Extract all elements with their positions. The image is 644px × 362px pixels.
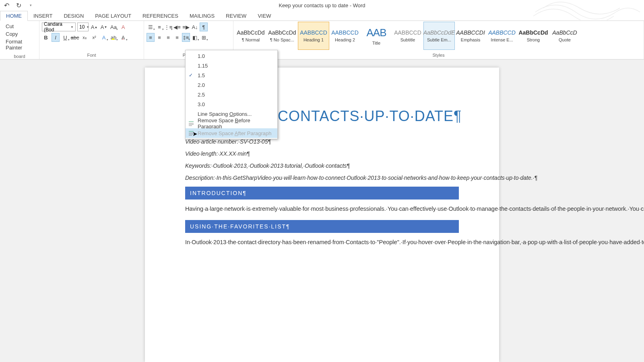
style-preview: AAB bbox=[366, 27, 386, 39]
sort-button[interactable]: A↓ bbox=[191, 23, 199, 31]
style-title[interactable]: AABTitle bbox=[361, 22, 392, 50]
style-label: ¶ Normal bbox=[242, 37, 260, 42]
style-label: ¶ No Spac... bbox=[270, 37, 294, 42]
meta-video-length[interactable]: Video·length:·XX.XX·min¶ bbox=[185, 150, 459, 157]
style-intense-e-[interactable]: AABBCCDIntense E... bbox=[486, 22, 518, 50]
tab-references[interactable]: REFERENCES bbox=[137, 11, 184, 21]
font-color-button[interactable]: A▾ bbox=[119, 33, 127, 42]
title-bar: ↶ ↻ ▾ Keep your contacts up to date - Wo… bbox=[0, 0, 644, 10]
meta-article-number[interactable]: Video·article·number:·SV-O13-05¶ bbox=[185, 138, 459, 145]
line-spacing-option[interactable]: 2.5 bbox=[186, 90, 277, 99]
style-subtle-em-[interactable]: AaBbCcDdESubtle Em... bbox=[423, 22, 455, 50]
cursor-icon: ➤ bbox=[192, 130, 198, 138]
window-title: Keep your contacts up to date - Word bbox=[279, 2, 365, 8]
decrease-indent-button[interactable]: ◀≡ bbox=[173, 23, 181, 31]
superscript-button[interactable]: x² bbox=[90, 33, 98, 42]
tab-view[interactable]: VIEW bbox=[252, 11, 277, 21]
justify-button[interactable]: ≡ bbox=[173, 33, 181, 42]
line-spacing-option[interactable]: ✓1.5 bbox=[186, 70, 277, 80]
font-group-label: Font bbox=[39, 52, 144, 59]
dropdown-item-label: 2.0 bbox=[198, 82, 205, 88]
meta-keywords[interactable]: Keywords:·Outlook·2013,·Outlook·2013·tut… bbox=[185, 162, 459, 169]
font-size-combo[interactable]: 10▼ bbox=[77, 23, 89, 31]
multilevel-list-button[interactable]: ⋮≡▾ bbox=[164, 23, 172, 31]
styles-group-label: Styles bbox=[233, 52, 644, 59]
highlight-button[interactable]: ab▾ bbox=[109, 33, 118, 42]
increase-indent-button[interactable]: ≡▶ bbox=[182, 23, 190, 31]
tab-design[interactable]: DESIGN bbox=[58, 11, 89, 21]
body-paragraph[interactable]: In·Outlook·2013·the·contact·directory·ha… bbox=[185, 237, 459, 248]
style-preview: AABBCCD bbox=[394, 29, 421, 36]
italic-button[interactable]: I bbox=[52, 33, 60, 42]
undo-icon[interactable]: ↶ bbox=[3, 2, 10, 8]
tab-review[interactable]: REVIEW bbox=[220, 11, 252, 21]
line-spacing-dropdown: 1.01.15✓1.52.02.53.0Line Spacing Options… bbox=[185, 50, 278, 139]
cut-button[interactable]: Cut bbox=[6, 23, 33, 29]
svg-rect-2 bbox=[189, 124, 194, 125]
meta-description[interactable]: Description:·In·this·GetSharpVideo·you·w… bbox=[185, 175, 459, 181]
line-spacing-option[interactable]: 3.0 bbox=[186, 99, 277, 109]
text-effects-button[interactable]: A▾ bbox=[100, 33, 108, 42]
line-spacing-option[interactable]: 2.0 bbox=[186, 80, 277, 90]
body-paragraph[interactable]: Having·a·large·network·is·extremely·valu… bbox=[185, 204, 459, 214]
shading-button[interactable]: ◧▾ bbox=[191, 33, 199, 42]
dropdown-item-label: 1.5 bbox=[198, 72, 205, 78]
svg-rect-7 bbox=[189, 135, 192, 136]
quick-access-toolbar: ↶ ↻ ▾ bbox=[0, 2, 34, 8]
tab-mailings[interactable]: MAILINGS bbox=[184, 11, 220, 21]
style-emphasis[interactable]: AABBCCDIEmphasis bbox=[455, 22, 486, 50]
style--normal[interactable]: AaBbCcDd¶ Normal bbox=[235, 22, 266, 50]
copy-button[interactable]: Copy bbox=[6, 31, 33, 37]
shrink-font-button[interactable]: A▼ bbox=[100, 23, 108, 31]
section-heading-introduction[interactable]: INTRODUCTION¶ bbox=[185, 187, 459, 200]
bold-button[interactable]: B bbox=[42, 33, 50, 42]
style-preview: AaBbCcD bbox=[552, 29, 577, 36]
tab-insert[interactable]: INSERT bbox=[28, 11, 58, 21]
dropdown-item-label: 1.0 bbox=[198, 53, 205, 59]
style-label: Subtle Em... bbox=[427, 37, 451, 42]
style-label: Emphasis bbox=[461, 37, 480, 42]
style-label: Strong bbox=[527, 37, 540, 42]
tab-page-layout[interactable]: PAGE LAYOUT bbox=[89, 11, 137, 21]
style-heading-2[interactable]: AABBCCDHeading 2 bbox=[329, 22, 361, 50]
style-preview: AABBCCD bbox=[300, 29, 327, 36]
align-right-button[interactable]: ≡ bbox=[164, 33, 172, 42]
line-spacing-option[interactable]: Remove Space After Paragraph bbox=[186, 128, 277, 138]
style-quote[interactable]: AaBbCcDQuote bbox=[549, 22, 580, 50]
document-area[interactable]: KEEP·YOUR·CONTACTS·UP·TO·DATE¶ Video·art… bbox=[0, 60, 644, 362]
borders-button[interactable]: ⊞▾ bbox=[200, 33, 208, 42]
qat-customize-icon[interactable]: ▾ bbox=[27, 2, 34, 8]
font-name-combo[interactable]: Candara (Bod▼ bbox=[42, 23, 76, 31]
style-strong[interactable]: AaBbCcDdStrong bbox=[518, 22, 549, 50]
style-label: Subtitle bbox=[400, 37, 415, 42]
style-preview: AaBbCcDd bbox=[237, 29, 264, 36]
style--no-spac-[interactable]: AaBbCcDd¶ No Spac... bbox=[266, 22, 298, 50]
format-painter-button[interactable]: Format Painter bbox=[6, 39, 33, 51]
align-left-button[interactable]: ≡ bbox=[147, 33, 155, 42]
change-case-button[interactable]: Aa▾ bbox=[109, 23, 118, 31]
strikethrough-button[interactable]: abc bbox=[71, 33, 79, 42]
style-subtitle[interactable]: AABBCCDSubtitle bbox=[392, 22, 423, 50]
line-spacing-option[interactable]: Remove Space Before Paragraph bbox=[186, 119, 277, 128]
underline-button[interactable]: U▾ bbox=[61, 33, 69, 42]
dropdown-item-label: 3.0 bbox=[198, 101, 205, 107]
subscript-button[interactable]: x₂ bbox=[80, 33, 89, 42]
style-heading-1[interactable]: AABBCCDHeading 1 bbox=[298, 22, 329, 50]
align-center-button[interactable]: ≡ bbox=[155, 33, 163, 42]
section-heading-favorites[interactable]: USING·THE·FAVORITES·LIST¶ bbox=[185, 220, 459, 233]
bullets-button[interactable]: ☰▾ bbox=[147, 23, 155, 31]
show-hide-button[interactable]: ¶ bbox=[200, 23, 208, 31]
space-before-icon bbox=[188, 120, 194, 127]
clipboard-group-label: board bbox=[0, 53, 39, 60]
tab-home[interactable]: HOME bbox=[0, 11, 28, 21]
dropdown-item-label: Remove Space Before Paragraph bbox=[198, 117, 274, 130]
clear-formatting-button[interactable]: A bbox=[119, 23, 127, 31]
line-spacing-option[interactable]: 1.0 bbox=[186, 51, 277, 61]
line-spacing-option[interactable]: 1.15 bbox=[186, 61, 277, 70]
numbering-button[interactable]: ≡▾ bbox=[155, 23, 163, 31]
line-spacing-button[interactable]: ‡≡▾ bbox=[182, 33, 190, 42]
grow-font-button[interactable]: A▲ bbox=[90, 23, 98, 31]
svg-rect-1 bbox=[189, 123, 194, 123]
style-preview: AaBbCcDdE bbox=[423, 29, 455, 36]
redo-icon[interactable]: ↻ bbox=[15, 2, 22, 8]
